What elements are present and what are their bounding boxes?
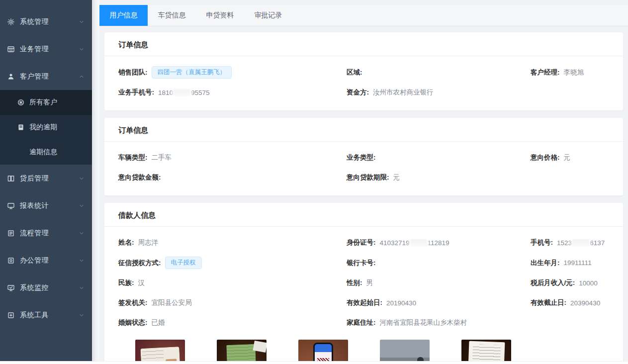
field-value: 19911111 [564,259,592,267]
field: 出生年月:19911111 [531,257,609,269]
grid-icon [7,45,15,53]
sidebar-item-report-statistics[interactable]: 报表统计 [0,192,92,219]
field-value-prefix: 1810 [158,89,173,96]
thumbnail-item: 征信截图 [298,340,348,364]
sidebar-item-label: 所有客户 [29,98,57,107]
icon-placeholder [17,148,25,156]
sidebar-item-post-loan-management[interactable]: 贷后管理 [0,165,92,192]
chevron-down-icon [78,175,85,182]
field-label: 销售团队: [118,68,148,77]
sidebar-item-system-management[interactable]: 系统管理 [0,8,92,35]
field-label: 身份证号: [347,238,376,247]
card-title: 订单信息 [104,32,623,56]
field-row: 意向贷款金额:意向贷款期限:元 [118,168,609,187]
sidebar-item-label: 我的逾期 [29,123,57,132]
phone-qr-photo[interactable] [298,340,348,364]
field-value: 元 [564,153,571,162]
thumbnail-item: 身份证 [135,340,185,364]
field-value: 10000 [579,279,598,287]
sidebar-item-my-overdue[interactable]: 我的逾期 [0,115,92,140]
card-body: 姓名:周志洋身份证号:41032719112819手机号:15236137征信授… [104,227,623,364]
field-value-prefix: 1523 [557,239,572,247]
field-value: 男 [366,278,373,287]
chevron-down-icon [78,18,85,25]
field-row: 征信授权方式:电子授权银行卡号:出生年月:19911111 [118,253,609,273]
sidebar-item-label: 系统监控 [20,283,78,292]
sidebar-item-office-management[interactable]: 办公管理 [0,247,92,274]
info-card: 借款人信息姓名:周志洋身份证号:41032719112819手机号:152361… [104,203,623,364]
field: 有效截止日:20390430 [531,297,609,309]
field-label: 车辆类型: [118,153,148,162]
field-tag[interactable]: 四团一营（直属王鹏飞） [152,66,232,79]
notebook-icon [17,123,25,131]
field: 身份证号:41032719112819 [347,237,531,249]
chevron-down-icon [78,46,85,53]
sidebar-item-label: 贷后管理 [20,174,78,183]
card-title: 借款人信息 [104,203,623,227]
redaction-blur [174,89,190,96]
id-card-photo[interactable] [135,340,185,364]
field-value: 20190430 [386,299,416,307]
sidebar-item-business-management[interactable]: 业务管理 [0,35,92,63]
monitor-check-icon [7,284,15,292]
field-label: 姓名: [118,238,134,247]
tab-approval-records[interactable]: 审批记录 [244,5,292,26]
field: 区域: [347,67,531,79]
chevron-down-icon [78,257,85,264]
field: 意向贷款期限:元 [347,172,531,183]
field-label: 家庭住址: [347,318,376,327]
field: 销售团队:四团一营（直属王鹏飞） [118,66,347,79]
tab-loan-application-materials[interactable]: 申贷资料 [196,5,244,26]
field: 车辆类型:二手车 [118,152,347,164]
field: 家庭住址:河南省宜阳县花果山乡木柴村 [347,317,531,329]
field-value: 汝州市农村商业银行 [373,88,434,97]
field-value-suffix: 6137 [590,239,605,247]
sidebar-item-system-monitoring[interactable]: 系统监控 [0,274,92,301]
sidebar-item-all-customers[interactable]: 所有客户 [0,90,92,115]
person-car-photo[interactable] [380,340,430,364]
field: 意向价格:元 [531,152,609,164]
field-label: 意向价格: [531,153,560,162]
field-row: 车辆类型:二手车业务类型:意向价格:元 [118,148,609,168]
chevron-down-icon [78,202,85,209]
paper-doc-photo[interactable] [461,340,511,364]
field-value: 20390430 [570,299,600,307]
columns-icon [7,175,15,182]
field-label: 出生年月: [531,259,560,268]
field-row: 婚姻状态:已婚家庭住址:河南省宜阳县花果山乡木柴村 [118,313,609,333]
asterisk-circle-icon [17,98,25,106]
info-card: 订单信息销售团队:四团一营（直属王鹏飞）区域:客户经理:李晓旭业务手机号:181… [104,32,623,110]
tab-bar: 用户信息车贷信息申贷资料审批记录 [99,5,628,26]
gear-icon [7,18,15,26]
field: 税后月收入/元:10000 [531,277,609,289]
field: 业务类型: [347,152,531,164]
field-row: 签发机关:宜阳县公安局有效起始日:20190430有效截止日:20390430 [118,293,609,313]
field-tag[interactable]: 电子授权 [165,257,202,269]
field-row: 民族:汉性别:男税后月收入/元:10000 [118,273,609,293]
field-value: 二手车 [152,153,172,162]
tab-car-loan-info[interactable]: 车贷信息 [148,5,196,26]
tab-user-info[interactable]: 用户信息 [99,5,148,26]
sidebar-item-customer-management[interactable]: 客户管理 [0,63,92,90]
sidebar: 系统管理业务管理客户管理所有客户我的逾期逾期信息贷后管理报表统计流程管理办公管理… [0,0,92,364]
field-value-suffix: 112819 [428,239,449,247]
sidebar-item-system-tools[interactable]: 系统工具 [0,301,92,329]
redaction-blur [410,239,427,247]
field: 业务手机号:181095575 [118,87,347,98]
sidebar-item-overdue-info[interactable]: 逾期信息 [0,140,92,165]
field-value-prefix: 41032719 [379,239,409,247]
field: 姓名:周志洋 [118,237,347,249]
chevron-down-icon [78,230,85,237]
horizontal-scrollbar[interactable] [0,361,628,364]
card-body: 车辆类型:二手车业务类型:意向价格:元意向贷款金额:意向贷款期限:元 [104,142,623,195]
sidebar-item-label: 客户管理 [20,72,78,81]
field: 民族:汉 [118,277,347,289]
field-label: 手机号: [531,238,553,247]
green-booklet-photo[interactable] [217,340,267,364]
field: 意向贷款金额: [118,172,347,183]
field: 客户经理:李晓旭 [531,67,609,79]
field-row: 姓名:周志洋身份证号:41032719112819手机号:15236137 [118,233,609,253]
field-label: 签发机关: [118,298,148,307]
field-label: 业务手机号: [118,88,154,97]
sidebar-item-process-management[interactable]: 流程管理 [0,219,92,247]
